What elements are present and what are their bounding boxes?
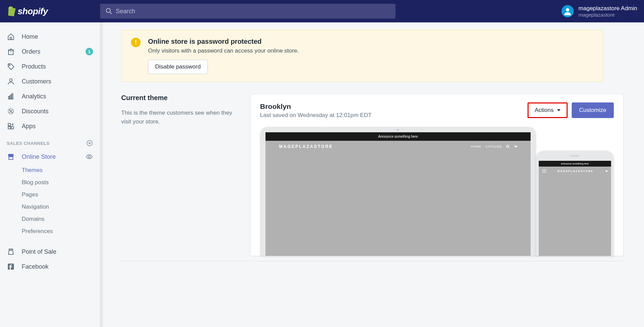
svg-rect-17 (8, 127, 11, 129)
facebook-icon (7, 263, 15, 271)
products-icon (7, 62, 15, 71)
svg-rect-9 (10, 95, 11, 99)
customize-button[interactable]: Customize (572, 102, 614, 118)
preview-mobile: Announce something here MAGEPLAZASTORE (536, 151, 614, 256)
preview-cart-icon (514, 145, 517, 148)
shopify-bag-icon: S (7, 6, 16, 16)
sidebar-item-discounts[interactable]: Discounts (0, 104, 100, 119)
svg-rect-8 (8, 96, 10, 99)
svg-rect-23 (9, 157, 13, 159)
sidebar-item-online-store[interactable]: Online Store (0, 149, 100, 164)
svg-point-3 (566, 8, 569, 12)
svg-point-14 (12, 112, 12, 113)
theme-preview: Announce something here MAGEPLAZASTORE H… (260, 127, 614, 256)
view-store-icon[interactable] (86, 153, 93, 160)
svg-rect-15 (8, 123, 11, 126)
actions-button[interactable]: Actions (528, 102, 568, 118)
topbar: S shopify mageplazastore Admin mageplaza… (0, 0, 644, 22)
sidebar-sub-navigation[interactable]: Navigation (0, 201, 100, 213)
online-store-icon (7, 153, 15, 161)
theme-name: Brooklyn (260, 102, 372, 111)
sidebar-item-analytics[interactable]: Analytics (0, 89, 100, 104)
orders-icon (7, 47, 15, 56)
theme-saved: Last saved on Wednesday at 12:01pm EDT (260, 112, 372, 119)
svg-rect-16 (11, 127, 14, 129)
preview-store-name: MAGEPLAZASTORE (279, 144, 333, 149)
svg-rect-10 (12, 94, 13, 99)
search-input[interactable] (116, 8, 390, 15)
search-wrap (100, 4, 395, 19)
sidebar-sub-themes[interactable]: Themes (0, 164, 100, 176)
svg-point-5 (9, 65, 10, 66)
svg-point-1 (106, 8, 110, 13)
sidebar-item-home[interactable]: Home (0, 29, 100, 44)
svg-point-6 (10, 79, 12, 81)
banner-desc: Only visitors with a password can access… (148, 47, 299, 54)
svg-point-24 (88, 156, 90, 158)
preview-menu-icon (542, 169, 546, 173)
sidebar-sub-blog-posts[interactable]: Blog posts (0, 176, 100, 189)
sidebar: Home Orders 1 Products Customers Analyti… (0, 22, 100, 327)
preview-search-icon (506, 145, 510, 148)
warning-icon: ! (131, 38, 141, 47)
sidebar-sub-pages[interactable]: Pages (0, 189, 100, 201)
main-content: ! Online store is password protected Onl… (103, 22, 644, 327)
current-theme-desc: This is the theme customers see when the… (121, 109, 237, 126)
pos-icon (7, 248, 15, 256)
preview-mobile-store-name: MAGEPLAZASTORE (557, 170, 593, 173)
sidebar-sub-preferences[interactable]: Preferences (0, 225, 100, 237)
svg-point-13 (10, 110, 10, 111)
preview-desktop-nav: HOME CATALOG (471, 145, 517, 148)
customers-icon (7, 77, 15, 85)
caret-down-icon (557, 109, 560, 111)
sidebar-scrollbar[interactable] (100, 22, 103, 327)
search-icon (106, 8, 112, 15)
svg-line-2 (110, 12, 112, 14)
password-banner: ! Online store is password protected Onl… (121, 30, 603, 82)
sidebar-item-orders[interactable]: Orders 1 (0, 44, 100, 59)
add-channel-icon[interactable] (86, 140, 93, 147)
search-box[interactable] (100, 4, 395, 19)
preview-announce-bar: Announce something here (265, 132, 531, 141)
sidebar-item-apps[interactable]: Apps (0, 119, 100, 134)
home-icon (7, 33, 15, 41)
sidebar-sub-domains[interactable]: Domains (0, 213, 100, 225)
orders-badge: 1 (86, 48, 93, 55)
sidebar-section-sales-channels: SALES CHANNELS (0, 134, 100, 149)
svg-text:S: S (9, 8, 12, 13)
banner-title: Online store is password protected (148, 38, 299, 45)
sidebar-item-pos[interactable]: Point of Sale (0, 244, 100, 259)
avatar (562, 5, 574, 17)
preview-desktop: Announce something here MAGEPLAZASTORE H… (260, 127, 536, 256)
profile-name: mageplazastore Admin (578, 5, 637, 12)
disable-password-button[interactable]: Disable password (148, 60, 208, 74)
brand-logo[interactable]: S shopify (7, 6, 100, 17)
shopify-wordmark: shopify (18, 6, 48, 17)
profile-menu[interactable]: mageplazastore Admin mageplazastore (548, 5, 637, 18)
section-divider (121, 261, 624, 261)
profile-store: mageplazastore (578, 12, 637, 18)
discounts-icon (7, 107, 15, 115)
apps-icon (7, 122, 15, 130)
preview-mobile-announce: Announce something here (539, 161, 611, 167)
sidebar-item-products[interactable]: Products (0, 59, 100, 74)
analytics-icon (7, 92, 15, 100)
preview-mobile-cart-icon (605, 170, 608, 173)
sidebar-item-customers[interactable]: Customers (0, 74, 100, 89)
svg-line-27 (508, 147, 509, 148)
current-theme-heading: Current theme (121, 94, 237, 102)
theme-card: Brooklyn Last saved on Wednesday at 12:0… (250, 94, 624, 256)
sidebar-item-facebook[interactable]: Facebook (0, 259, 100, 274)
